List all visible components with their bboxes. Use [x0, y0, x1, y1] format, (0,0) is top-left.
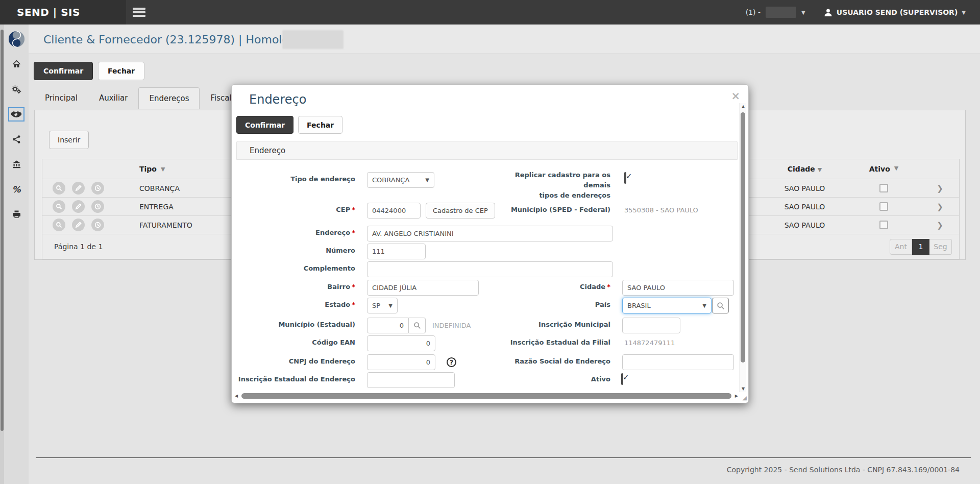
numero-input[interactable] [367, 244, 426, 259]
scroll-right-icon[interactable]: ▶ [733, 394, 738, 398]
scroll-up-icon[interactable]: ▲ [740, 104, 747, 109]
tenant-caret-icon[interactable]: ▼ [801, 10, 805, 15]
replicar-checkbox[interactable] [624, 172, 626, 184]
page-next-button[interactable]: Seg [929, 239, 952, 255]
bairro-input[interactable] [367, 280, 479, 296]
municipio-search-icon[interactable] [409, 318, 426, 333]
bank-icon[interactable] [10, 159, 23, 170]
view-icon[interactable] [53, 219, 65, 231]
page-current[interactable]: 1 [912, 239, 929, 255]
modal-vertical-scrollbar[interactable]: ▲ ▼ [739, 103, 746, 392]
pais-search-icon[interactable] [712, 298, 729, 313]
pais-select[interactable]: BRASIL▼ [622, 298, 712, 313]
settings-gears-icon[interactable] [10, 84, 23, 95]
scroll-down-icon[interactable]: ▼ [740, 386, 747, 391]
cnpj-endereco-label: CNPJ do Endereço [238, 357, 355, 365]
tab-auxiliar[interactable]: Auxiliar [88, 87, 139, 109]
row-chevron-icon[interactable]: ❯ [937, 221, 943, 230]
cell-tipo: FATURAMENTO [139, 221, 192, 229]
partners-handshake-icon[interactable] [10, 109, 23, 120]
inscricao-municipal-label: Inscrição Municipal [487, 321, 610, 328]
user-icon [824, 8, 832, 17]
estado-select[interactable]: SP▼ [367, 298, 398, 313]
close-button[interactable]: Fechar [98, 62, 144, 80]
history-icon[interactable] [91, 182, 104, 195]
record-tabs: Principal Auxiliar Endereços Fiscal [34, 87, 242, 109]
row-chevron-icon[interactable]: ❯ [937, 202, 943, 211]
modal-close-icon[interactable]: × [731, 90, 740, 102]
sort-caret-icon[interactable]: ▼ [161, 166, 165, 173]
codigo-ean-label: Código EAN [238, 338, 355, 346]
cidade-label: Cidade* [487, 283, 610, 291]
percent-icon[interactable]: % [10, 184, 23, 195]
sidebar-scrollbar[interactable] [0, 25, 4, 484]
share-network-icon[interactable] [10, 134, 23, 145]
edit-icon[interactable] [72, 182, 85, 195]
page-info: Página 1 de 1 [54, 243, 103, 251]
tenant-name-redacted [766, 7, 796, 18]
sort-caret-icon[interactable]: ▼ [894, 165, 898, 173]
history-icon[interactable] [91, 219, 104, 231]
user-menu[interactable]: USUARIO SEND (SUPERVISOR) ▼ [824, 8, 966, 17]
col-cidade[interactable]: Cidade [788, 165, 815, 173]
cell-cidade: SAO PAULO [763, 203, 847, 211]
inscricao-municipal-input[interactable] [622, 318, 680, 333]
top-bar: SEND | SIS (1) - ▼ USUARIO SEND (SUPERVI… [0, 0, 980, 25]
endereco-modal: Endereço × Confirmar Fechar Endereço Tip… [231, 84, 749, 403]
complemento-input[interactable] [367, 261, 613, 277]
app-brand: SEND | SIS [17, 6, 80, 18]
home-icon[interactable] [10, 59, 23, 70]
modal-close-button[interactable]: Fechar [298, 116, 342, 134]
cep-label: CEP* [238, 206, 355, 213]
numero-label: Número [238, 247, 355, 254]
modal-confirm-button[interactable]: Confirmar [236, 116, 293, 134]
history-icon[interactable] [91, 200, 104, 213]
edit-icon[interactable] [72, 200, 85, 213]
ativo-checkbox[interactable] [621, 373, 623, 385]
confirm-button[interactable]: Confirmar [34, 62, 93, 80]
endereco-label: Endereço* [238, 229, 355, 236]
ie-filial-value: 114872479111 [624, 339, 675, 347]
pagination: Ant 1 Seg [890, 239, 952, 255]
ie-endereco-input[interactable] [367, 372, 455, 388]
app-logo[interactable] [4, 25, 29, 54]
row-chevron-icon[interactable]: ❯ [937, 184, 943, 193]
sort-caret-icon[interactable]: ▼ [818, 166, 822, 173]
view-icon[interactable] [53, 200, 65, 213]
estado-label: Estado* [238, 301, 355, 308]
print-icon[interactable] [10, 209, 23, 220]
ativo-checkbox[interactable] [879, 184, 888, 192]
footer-divider [36, 457, 971, 458]
razao-social-input[interactable] [622, 354, 734, 370]
cell-tipo: ENTREGA [139, 203, 174, 211]
cnpj-endereco-input[interactable] [367, 354, 435, 370]
endereco-input[interactable] [367, 226, 613, 241]
tipo-endereco-label: Tipo de endereço [238, 175, 355, 183]
municipio-estadual-input[interactable] [367, 318, 409, 333]
insert-button[interactable]: Inserir [49, 131, 89, 149]
ativo-checkbox[interactable] [879, 202, 888, 211]
municipio-sped-label: Município (SPED - Federal) [487, 206, 610, 213]
scroll-left-icon[interactable]: ◀ [235, 394, 240, 398]
tab-principal[interactable]: Principal [34, 87, 88, 109]
cadastro-cep-button[interactable]: Cadastro de CEP [426, 203, 495, 219]
cep-input[interactable] [367, 203, 421, 219]
cell-cidade: SAO PAULO [763, 184, 847, 192]
replicar-label: Replicar cadastro para os demais tipos d… [487, 170, 610, 201]
menu-toggle-icon[interactable] [133, 8, 145, 17]
page-prev-button[interactable]: Ant [890, 239, 912, 255]
col-tipo[interactable]: Tipo [139, 165, 157, 173]
help-icon[interactable]: ? [447, 357, 456, 367]
col-ativo[interactable]: Ativo [869, 165, 890, 173]
tab-enderecos[interactable]: Endereços [138, 87, 200, 109]
resize-grip-icon[interactable]: ◢ [743, 395, 747, 401]
edit-icon[interactable] [72, 219, 85, 231]
modal-horizontal-scrollbar[interactable]: ◀ ▶ [235, 392, 738, 400]
cidade-input[interactable] [622, 280, 734, 296]
user-caret-icon: ▼ [962, 10, 966, 15]
tipo-endereco-select[interactable]: COBRANÇA▼ [367, 172, 434, 188]
ativo-checkbox[interactable] [879, 221, 888, 229]
view-icon[interactable] [53, 182, 65, 195]
codigo-ean-input[interactable] [367, 335, 435, 351]
modal-section-header: Endereço [236, 141, 738, 160]
